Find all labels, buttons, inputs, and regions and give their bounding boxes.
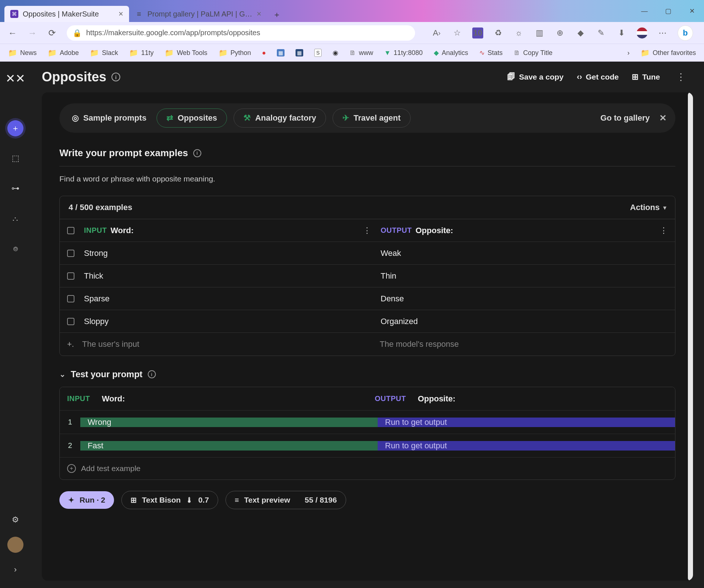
sun-icon[interactable]: ☼ bbox=[513, 27, 524, 38]
nav-back-button[interactable]: ← bbox=[4, 24, 21, 42]
bookmark-item[interactable]: ● bbox=[259, 48, 269, 58]
example-input[interactable]: Thick bbox=[82, 271, 378, 281]
example-output[interactable]: Thin bbox=[378, 271, 675, 281]
collections-icon[interactable]: ⊕ bbox=[554, 27, 565, 38]
add-test-row[interactable]: + Add test example bbox=[60, 457, 675, 479]
preview-selector[interactable]: ≡Text preview 55 / 8196 bbox=[225, 491, 346, 509]
tab-close-icon[interactable]: × bbox=[118, 9, 123, 19]
test-output[interactable]: Run to get output bbox=[378, 441, 675, 451]
prompt-description[interactable]: Find a word or phrase with opposite mean… bbox=[59, 174, 675, 183]
example-input[interactable]: Sloppy bbox=[82, 317, 378, 326]
bookmark-item[interactable]: 📁News bbox=[5, 47, 40, 59]
row-checkbox[interactable] bbox=[67, 272, 74, 280]
go-to-gallery-link[interactable]: Go to gallery bbox=[601, 113, 650, 123]
add-example-row[interactable]: +. The user's input The model's response bbox=[60, 333, 675, 356]
browser-tab-active[interactable]: ⌘ Opposites | MakerSuite × bbox=[4, 6, 129, 22]
rail-link-icon[interactable]: ⌾ bbox=[7, 240, 23, 257]
example-row[interactable]: Thick Thin bbox=[60, 265, 675, 287]
bookmark-item[interactable]: 📁Slack bbox=[87, 47, 121, 59]
run-button[interactable]: ✦Run · 2 bbox=[59, 491, 114, 509]
nav-refresh-button[interactable]: ⟳ bbox=[43, 24, 61, 42]
info-icon[interactable]: i bbox=[111, 73, 120, 81]
maximize-button[interactable]: ▢ bbox=[656, 4, 680, 18]
column-menu-icon[interactable]: ⋮ bbox=[660, 226, 668, 235]
bookmarks-overflow[interactable]: › bbox=[624, 48, 632, 58]
tune-button[interactable]: ⊞Tune bbox=[632, 72, 660, 82]
bookmark-item[interactable]: 📁Adobe bbox=[45, 47, 82, 59]
more-menu-button[interactable]: ⋮ bbox=[673, 71, 689, 83]
read-aloud-icon[interactable]: A› bbox=[431, 27, 442, 38]
user-avatar[interactable] bbox=[7, 537, 23, 553]
example-output[interactable]: Organized bbox=[378, 317, 675, 326]
favorite-icon[interactable]: ☆ bbox=[452, 27, 463, 38]
output-header[interactable]: Opposite: bbox=[415, 226, 453, 235]
example-row[interactable]: Sloppy Organized bbox=[60, 310, 675, 333]
bookmark-item[interactable]: ◉ bbox=[330, 47, 341, 58]
bookmark-item[interactable]: ▼11ty:8080 bbox=[381, 48, 426, 58]
example-input[interactable]: Strong bbox=[82, 249, 378, 258]
test-row[interactable]: 2 Fast Run to get output bbox=[60, 434, 675, 457]
recycle-icon[interactable]: ♻ bbox=[493, 27, 504, 38]
rail-key-icon[interactable]: ⊶ bbox=[7, 180, 23, 196]
chip-travel[interactable]: ✈Travel agent bbox=[333, 109, 410, 128]
new-prompt-button[interactable]: ＋ bbox=[7, 120, 23, 136]
bookmark-item[interactable]: 🗎www bbox=[346, 48, 376, 58]
bookmark-item[interactable]: 🗎Copy Title bbox=[511, 48, 556, 58]
ghost-input[interactable]: The user's input bbox=[80, 339, 378, 349]
example-row[interactable]: Strong Weak bbox=[60, 242, 675, 265]
test-row[interactable]: 1 Wrong Run to get output bbox=[60, 411, 675, 434]
app-logo-icon[interactable]: ✕✕ bbox=[8, 71, 23, 86]
bookmark-item[interactable]: 📁11ty bbox=[126, 47, 157, 59]
settings-gear-icon[interactable]: ⚙ bbox=[7, 512, 23, 528]
save-copy-button[interactable]: 🗐Save a copy bbox=[507, 72, 563, 82]
bookmark-item[interactable]: 📁Web Tools bbox=[162, 47, 210, 59]
bookmark-item[interactable]: ▦ bbox=[293, 48, 306, 58]
calendar-icon[interactable]: 10 bbox=[472, 27, 483, 38]
chip-opposites[interactable]: ⇄Opposites bbox=[157, 109, 227, 128]
url-input[interactable]: 🔒 https://makersuite.google.com/app/prom… bbox=[67, 25, 415, 41]
ghost-output[interactable]: The model's response bbox=[377, 339, 675, 349]
test-input[interactable]: Fast bbox=[80, 441, 378, 451]
example-output[interactable]: Weak bbox=[378, 249, 675, 258]
row-checkbox[interactable] bbox=[67, 318, 74, 325]
more-icon[interactable]: ⋯ bbox=[657, 27, 668, 38]
info-icon[interactable]: i bbox=[148, 370, 156, 378]
split-icon[interactable]: ▥ bbox=[534, 27, 545, 38]
info-icon[interactable]: i bbox=[193, 149, 201, 157]
chip-analogy[interactable]: ⚒Analogy factory bbox=[234, 109, 326, 128]
example-row[interactable]: Sparse Dense bbox=[60, 287, 675, 310]
browser-tab-inactive[interactable]: ≡ Prompt gallery | PaLM API | G… × bbox=[129, 6, 267, 22]
test-output[interactable]: Run to get output bbox=[378, 418, 675, 427]
close-icon[interactable]: ✕ bbox=[659, 113, 667, 123]
scrollbar[interactable] bbox=[688, 92, 693, 581]
new-tab-button[interactable]: ＋ bbox=[270, 7, 284, 22]
row-checkbox[interactable] bbox=[67, 250, 74, 257]
close-window-button[interactable]: ✕ bbox=[680, 4, 704, 18]
rail-expand-icon[interactable]: › bbox=[7, 562, 23, 578]
locale-icon[interactable] bbox=[637, 27, 648, 38]
edit-icon[interactable]: ✎ bbox=[595, 27, 606, 38]
rail-bag-icon[interactable]: ⬚ bbox=[7, 150, 23, 166]
actions-dropdown[interactable]: Actions bbox=[630, 203, 660, 212]
other-favorites[interactable]: 📁Other favorites bbox=[638, 47, 699, 59]
bookmark-item[interactable]: ∿Stats bbox=[476, 47, 506, 58]
rail-people-icon[interactable]: ⸫ bbox=[7, 210, 23, 227]
bookmark-item[interactable]: 📁Python bbox=[216, 47, 254, 59]
input-header[interactable]: Word: bbox=[111, 226, 134, 235]
tab-close-icon[interactable]: × bbox=[257, 9, 261, 19]
extension-icon[interactable]: ◆ bbox=[575, 27, 586, 38]
bookmark-item[interactable]: ▦ bbox=[274, 48, 287, 58]
example-input[interactable]: Sparse bbox=[82, 294, 378, 304]
bing-button[interactable]: b bbox=[678, 25, 693, 41]
bookmark-item[interactable]: ◆Analytics bbox=[431, 47, 471, 58]
minimize-button[interactable]: — bbox=[632, 4, 656, 18]
column-menu-icon[interactable]: ⋮ bbox=[363, 226, 371, 235]
test-input[interactable]: Wrong bbox=[80, 418, 378, 427]
example-output[interactable]: Dense bbox=[378, 294, 675, 304]
select-all-checkbox[interactable] bbox=[67, 227, 74, 234]
row-checkbox[interactable] bbox=[67, 295, 74, 302]
model-selector[interactable]: ⊞Text Bison🌡0.7 bbox=[121, 491, 218, 509]
download-icon[interactable]: ⬇ bbox=[616, 27, 627, 38]
get-code-button[interactable]: ‹›Get code bbox=[577, 72, 619, 82]
bookmark-item[interactable]: S bbox=[311, 47, 324, 58]
